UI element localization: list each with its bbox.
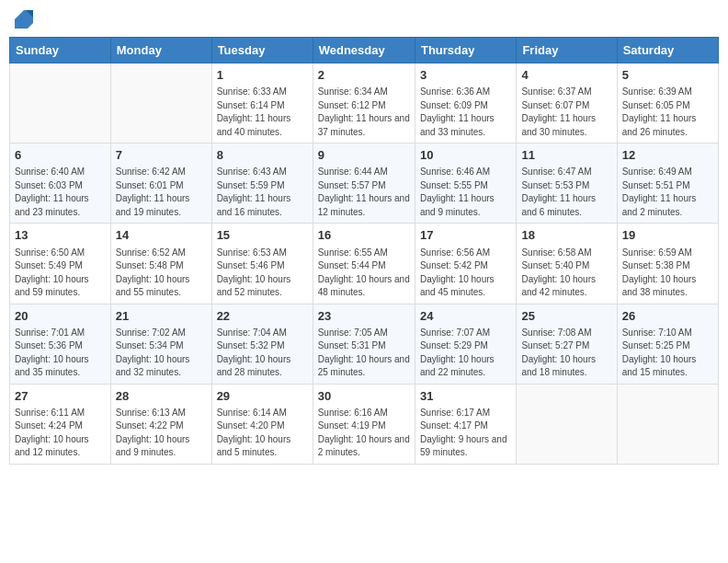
day-number: 20 — [15, 308, 106, 325]
calendar-cell: 2Sunrise: 6:34 AM Sunset: 6:12 PM Daylig… — [313, 63, 415, 144]
day-number: 24 — [420, 308, 511, 325]
day-number: 6 — [15, 147, 106, 164]
day-info: Sunrise: 6:34 AM Sunset: 6:12 PM Dayligh… — [318, 86, 410, 139]
calendar-cell: 7Sunrise: 6:42 AM Sunset: 6:01 PM Daylig… — [110, 144, 211, 224]
calendar-cell: 12Sunrise: 6:49 AM Sunset: 5:51 PM Dayli… — [617, 144, 718, 224]
day-number: 19 — [622, 227, 713, 244]
day-number: 21 — [116, 308, 207, 325]
weekday-header-monday: Monday — [110, 38, 211, 63]
day-number: 26 — [622, 308, 713, 325]
logo-icon — [14, 9, 34, 29]
day-number: 25 — [521, 308, 611, 325]
day-number: 1 — [217, 67, 308, 84]
calendar-cell: 26Sunrise: 7:10 AM Sunset: 5:25 PM Dayli… — [617, 304, 718, 384]
weekday-header-wednesday: Wednesday — [313, 38, 415, 63]
calendar-cell: 15Sunrise: 6:53 AM Sunset: 5:46 PM Dayli… — [211, 224, 313, 304]
day-number: 29 — [217, 388, 308, 405]
day-number: 5 — [622, 67, 713, 84]
calendar-table: SundayMondayTuesdayWednesdayThursdayFrid… — [9, 37, 719, 465]
calendar-cell: 14Sunrise: 6:52 AM Sunset: 5:48 PM Dayli… — [110, 224, 211, 304]
calendar-cell — [10, 63, 111, 144]
day-number: 10 — [420, 147, 511, 164]
day-info: Sunrise: 6:56 AM Sunset: 5:42 PM Dayligh… — [420, 247, 511, 300]
day-number: 4 — [521, 67, 611, 84]
day-number: 17 — [420, 227, 511, 244]
day-info: Sunrise: 6:14 AM Sunset: 4:20 PM Dayligh… — [217, 407, 308, 460]
calendar-cell: 9Sunrise: 6:44 AM Sunset: 5:57 PM Daylig… — [313, 144, 415, 224]
calendar-cell: 5Sunrise: 6:39 AM Sunset: 6:05 PM Daylig… — [617, 63, 718, 144]
day-info: Sunrise: 6:47 AM Sunset: 5:53 PM Dayligh… — [521, 166, 611, 219]
calendar-cell: 13Sunrise: 6:50 AM Sunset: 5:49 PM Dayli… — [10, 224, 111, 304]
weekday-header-friday: Friday — [517, 38, 617, 63]
day-info: Sunrise: 7:04 AM Sunset: 5:32 PM Dayligh… — [217, 327, 308, 380]
calendar-cell: 22Sunrise: 7:04 AM Sunset: 5:32 PM Dayli… — [211, 304, 313, 384]
day-info: Sunrise: 6:59 AM Sunset: 5:38 PM Dayligh… — [622, 247, 713, 300]
day-number: 7 — [116, 147, 207, 164]
weekday-header-saturday: Saturday — [617, 38, 718, 63]
calendar-cell — [517, 384, 617, 464]
day-number: 14 — [116, 227, 207, 244]
calendar-cell: 6Sunrise: 6:40 AM Sunset: 6:03 PM Daylig… — [10, 144, 111, 224]
day-number: 2 — [318, 67, 410, 84]
day-info: Sunrise: 6:37 AM Sunset: 6:07 PM Dayligh… — [521, 86, 611, 139]
calendar-cell: 24Sunrise: 7:07 AM Sunset: 5:29 PM Dayli… — [415, 304, 516, 384]
day-number: 31 — [420, 388, 511, 405]
day-info: Sunrise: 7:08 AM Sunset: 5:27 PM Dayligh… — [521, 327, 611, 380]
calendar-cell: 3Sunrise: 6:36 AM Sunset: 6:09 PM Daylig… — [415, 63, 516, 144]
day-info: Sunrise: 6:16 AM Sunset: 4:19 PM Dayligh… — [318, 407, 410, 460]
day-number: 3 — [420, 67, 511, 84]
page-header — [9, 9, 719, 29]
day-number: 23 — [318, 308, 410, 325]
calendar-cell: 11Sunrise: 6:47 AM Sunset: 5:53 PM Dayli… — [517, 144, 617, 224]
weekday-header-thursday: Thursday — [415, 38, 516, 63]
calendar-cell: 23Sunrise: 7:05 AM Sunset: 5:31 PM Dayli… — [313, 304, 415, 384]
day-info: Sunrise: 6:58 AM Sunset: 5:40 PM Dayligh… — [521, 247, 611, 300]
calendar-cell — [110, 63, 211, 144]
day-info: Sunrise: 6:42 AM Sunset: 6:01 PM Dayligh… — [116, 166, 207, 219]
day-info: Sunrise: 7:02 AM Sunset: 5:34 PM Dayligh… — [116, 327, 207, 380]
logo — [13, 9, 34, 29]
day-info: Sunrise: 7:01 AM Sunset: 5:36 PM Dayligh… — [15, 327, 106, 380]
calendar-cell: 31Sunrise: 6:17 AM Sunset: 4:17 PM Dayli… — [415, 384, 516, 464]
day-info: Sunrise: 6:44 AM Sunset: 5:57 PM Dayligh… — [318, 166, 410, 219]
calendar-cell: 21Sunrise: 7:02 AM Sunset: 5:34 PM Dayli… — [110, 304, 211, 384]
day-number: 22 — [217, 308, 308, 325]
calendar-cell: 20Sunrise: 7:01 AM Sunset: 5:36 PM Dayli… — [10, 304, 111, 384]
day-info: Sunrise: 7:05 AM Sunset: 5:31 PM Dayligh… — [318, 327, 410, 380]
day-number: 28 — [116, 388, 207, 405]
day-number: 12 — [622, 147, 713, 164]
day-info: Sunrise: 6:39 AM Sunset: 6:05 PM Dayligh… — [622, 86, 713, 139]
day-info: Sunrise: 6:43 AM Sunset: 5:59 PM Dayligh… — [217, 166, 308, 219]
day-info: Sunrise: 6:36 AM Sunset: 6:09 PM Dayligh… — [420, 86, 511, 139]
calendar-cell: 1Sunrise: 6:33 AM Sunset: 6:14 PM Daylig… — [211, 63, 313, 144]
day-number: 13 — [15, 227, 106, 244]
day-number: 18 — [521, 227, 611, 244]
calendar-cell: 19Sunrise: 6:59 AM Sunset: 5:38 PM Dayli… — [617, 224, 718, 304]
day-number: 30 — [318, 388, 410, 405]
weekday-header-tuesday: Tuesday — [211, 38, 313, 63]
calendar-cell: 17Sunrise: 6:56 AM Sunset: 5:42 PM Dayli… — [415, 224, 516, 304]
calendar-cell: 27Sunrise: 6:11 AM Sunset: 4:24 PM Dayli… — [10, 384, 111, 464]
calendar-cell — [617, 384, 718, 464]
weekday-header-sunday: Sunday — [10, 38, 111, 63]
calendar-cell: 8Sunrise: 6:43 AM Sunset: 5:59 PM Daylig… — [211, 144, 313, 224]
day-info: Sunrise: 6:52 AM Sunset: 5:48 PM Dayligh… — [116, 247, 207, 300]
day-number: 15 — [217, 227, 308, 244]
calendar-cell: 18Sunrise: 6:58 AM Sunset: 5:40 PM Dayli… — [517, 224, 617, 304]
day-number: 16 — [318, 227, 410, 244]
calendar-cell: 10Sunrise: 6:46 AM Sunset: 5:55 PM Dayli… — [415, 144, 516, 224]
day-info: Sunrise: 6:33 AM Sunset: 6:14 PM Dayligh… — [217, 86, 308, 139]
day-info: Sunrise: 7:10 AM Sunset: 5:25 PM Dayligh… — [622, 327, 713, 380]
day-info: Sunrise: 6:11 AM Sunset: 4:24 PM Dayligh… — [15, 407, 106, 460]
day-number: 9 — [318, 147, 410, 164]
day-info: Sunrise: 6:49 AM Sunset: 5:51 PM Dayligh… — [622, 166, 713, 219]
calendar-cell: 30Sunrise: 6:16 AM Sunset: 4:19 PM Dayli… — [313, 384, 415, 464]
day-info: Sunrise: 6:50 AM Sunset: 5:49 PM Dayligh… — [15, 247, 106, 300]
day-number: 27 — [15, 388, 106, 405]
day-number: 11 — [521, 147, 611, 164]
day-info: Sunrise: 6:13 AM Sunset: 4:22 PM Dayligh… — [116, 407, 207, 460]
calendar-cell: 29Sunrise: 6:14 AM Sunset: 4:20 PM Dayli… — [211, 384, 313, 464]
calendar-cell: 28Sunrise: 6:13 AM Sunset: 4:22 PM Dayli… — [110, 384, 211, 464]
day-info: Sunrise: 6:46 AM Sunset: 5:55 PM Dayligh… — [420, 166, 511, 219]
day-info: Sunrise: 6:40 AM Sunset: 6:03 PM Dayligh… — [15, 166, 106, 219]
